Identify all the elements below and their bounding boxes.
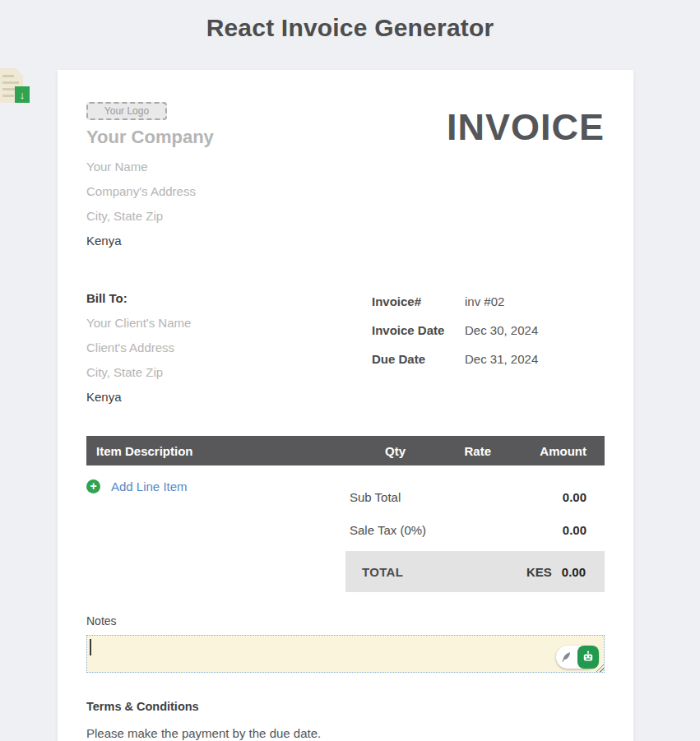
download-arrow-icon: ↓ [15,86,30,103]
column-qty: Qty [331,444,406,458]
logo-placeholder-label: Your Logo [104,105,149,117]
client-address-field[interactable]: Client's Address [86,341,372,354]
currency-code: KES [526,565,552,579]
robot-glyph [582,651,595,664]
quill-icon[interactable] [556,646,577,669]
notes-field-wrapper [86,635,605,673]
invoice-header: Your Logo Your Company Your Name Company… [86,102,605,247]
due-date-field[interactable]: Dec 31, 2024 [465,350,538,368]
column-amount: Amount [491,444,586,458]
notes-label: Notes [86,614,605,628]
items-table-header: Item Description Qty Rate Amount [86,436,605,465]
sub-total-row: Sub Total 0.00 [345,480,605,513]
extension-toolbar [556,646,599,669]
terms-label: Terms & Conditions [86,700,605,713]
company-country-select[interactable]: Kenya [86,234,605,247]
invoice-number-field[interactable]: inv #02 [465,293,504,311]
notes-input[interactable] [86,635,605,673]
text-cursor [90,639,91,655]
company-contact-field[interactable]: Your Name [86,160,605,173]
invoice-card: Your Logo Your Company Your Name Company… [58,70,633,741]
grand-total-row: TOTAL KES 0.00 [345,551,605,592]
terms-text-field[interactable]: Please make the payment by the due date. [86,726,605,740]
billing-section: Bill To: Your Client's Name Client's Add… [86,292,605,403]
plus-icon: + [86,479,100,493]
sub-total-value: 0.00 [563,490,586,504]
due-date-label: Due Date [372,350,465,368]
client-country-select[interactable]: Kenya [86,391,372,403]
invoice-number-row: Invoice# inv #02 [372,293,605,311]
sale-tax-label: Sale Tax (0%) [350,523,563,537]
column-item-description: Item Description [96,444,331,458]
company-address-field[interactable]: Company's Address [86,185,605,197]
invoice-number-label: Invoice# [372,293,465,311]
textarea-resize-handle[interactable] [596,665,604,672]
totals-block: Sub Total 0.00 Sale Tax (0%) 0.00 TOTAL … [345,480,605,592]
document-line [2,95,14,97]
sale-tax-row: Sale Tax (0%) 0.00 [345,513,605,546]
bill-to-block: Bill To: Your Client's Name Client's Add… [86,292,372,403]
invoice-meta-block: Invoice# inv #02 Invoice Date Dec 30, 20… [372,292,605,403]
grand-total-label: TOTAL [362,565,526,579]
due-date-row: Due Date Dec 31, 2024 [372,350,605,368]
column-rate: Rate [406,444,491,458]
client-city-field[interactable]: City, State Zip [86,366,372,378]
quill-glyph [561,651,573,663]
document-fold [16,68,23,76]
invoice-heading: INVOICE [447,106,605,149]
client-name-field[interactable]: Your Client's Name [86,317,372,329]
bill-to-label: Bill To: [86,292,372,304]
document-line [2,75,14,77]
logo-upload-box[interactable]: Your Logo [86,102,167,120]
sub-total-label: Sub Total [350,490,563,504]
sale-tax-value: 0.00 [563,523,586,537]
company-city-field[interactable]: City, State Zip [86,210,605,222]
invoice-date-label: Invoice Date [372,322,465,340]
invoice-date-row: Invoice Date Dec 30, 2024 [372,322,605,340]
page-title: React Invoice Generator [0,0,700,42]
grand-total-value: 0.00 [562,565,586,579]
download-invoice-icon[interactable]: ↓ [0,68,30,104]
add-line-item-label: Add Line Item [111,479,188,493]
add-line-item-button[interactable]: + Add Line Item [86,478,210,494]
document-line [2,81,19,84]
invoice-date-field[interactable]: Dec 30, 2024 [465,322,538,340]
